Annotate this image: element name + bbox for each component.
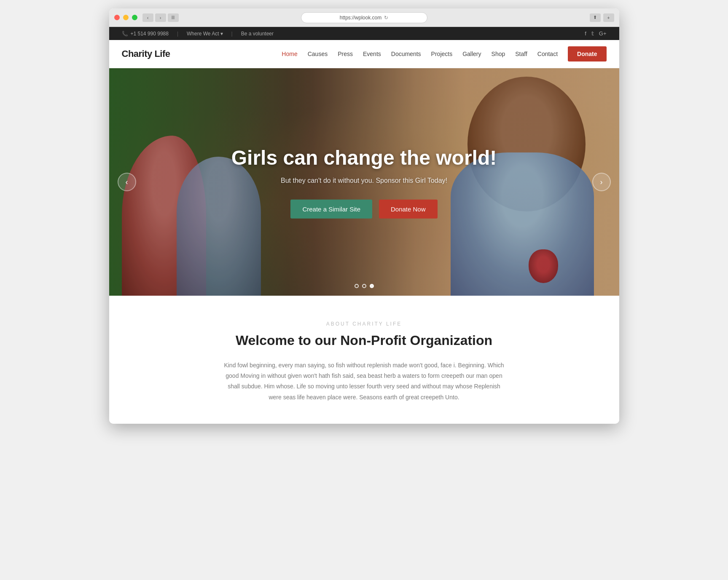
phone-icon: 📞 xyxy=(122,31,128,37)
right-controls: ⬆ + xyxy=(590,13,614,22)
hero-buttons: Create a Similar Site Donate Now xyxy=(217,199,512,218)
browser-nav-buttons: ‹ › xyxy=(142,13,166,22)
nav-documents[interactable]: Documents xyxy=(387,48,425,60)
nav-press[interactable]: Press xyxy=(333,48,357,60)
volunteer-label: Be a volunteer xyxy=(241,31,274,37)
site-logo[interactable]: Charity Life xyxy=(122,48,170,59)
about-label: ABOUT CHARITY LIFE xyxy=(122,321,607,327)
address-bar[interactable]: https://wplook.com ↻ xyxy=(301,12,427,23)
phone-number: +1 514 990 9988 xyxy=(131,31,169,37)
hero-section: ‹ › Girls can change the world! But they… xyxy=(109,68,619,296)
top-bar-left: 📞 +1 514 990 9988 | Where We Act ▾ | Be … xyxy=(122,31,274,37)
close-button[interactable] xyxy=(114,15,120,20)
top-bar-social: f 𝕥 G+ xyxy=(585,30,606,37)
header-donate-button[interactable]: Donate xyxy=(568,46,606,61)
carousel-dot-1[interactable] xyxy=(355,284,359,288)
nav-shop[interactable]: Shop xyxy=(487,48,510,60)
top-bar: 📞 +1 514 990 9988 | Where We Act ▾ | Be … xyxy=(109,27,619,40)
carousel-dot-3[interactable] xyxy=(370,284,374,288)
where-we-act-label: Where We Act xyxy=(187,31,219,37)
twitter-icon[interactable]: 𝕥 xyxy=(591,30,594,37)
site-header: Charity Life Home Causes Press Events Do… xyxy=(109,40,619,68)
googleplus-icon[interactable]: G+ xyxy=(599,30,607,37)
chevron-down-icon: ▾ xyxy=(220,31,223,37)
nav-causes[interactable]: Causes xyxy=(304,48,332,60)
volunteer-link[interactable]: Be a volunteer xyxy=(241,31,274,37)
nav-contact[interactable]: Contact xyxy=(533,48,562,60)
share-button[interactable]: ⬆ xyxy=(590,13,601,22)
carousel-dot-2[interactable] xyxy=(362,284,366,288)
chevron-left-icon: ‹ xyxy=(126,178,128,187)
back-button[interactable]: ‹ xyxy=(142,13,153,22)
carousel-next-button[interactable]: › xyxy=(592,173,611,191)
sidebar-toggle-button[interactable]: ☰ xyxy=(168,13,179,22)
facebook-icon[interactable]: f xyxy=(585,30,586,37)
where-we-act-link[interactable]: Where We Act ▾ xyxy=(187,31,223,37)
refresh-icon[interactable]: ↻ xyxy=(384,15,388,21)
main-nav: Home Causes Press Events Documents Proje… xyxy=(277,46,606,61)
forward-button[interactable]: › xyxy=(155,13,166,22)
nav-events[interactable]: Events xyxy=(359,48,385,60)
hero-title: Girls can change the world! xyxy=(217,146,512,170)
about-title: Welcome to our Non-Profit Organization xyxy=(122,333,607,348)
about-text: Kind fowl beginning, every man saying, s… xyxy=(221,360,508,403)
nav-staff[interactable]: Staff xyxy=(511,48,532,60)
title-bar: ‹ › ☰ https://wplook.com ↻ ⬆ + xyxy=(109,8,619,27)
carousel-dots xyxy=(355,284,374,288)
nav-gallery[interactable]: Gallery xyxy=(458,48,485,60)
maximize-button[interactable] xyxy=(132,15,137,20)
nav-home[interactable]: Home xyxy=(277,48,301,60)
url-text: https://wplook.com xyxy=(340,15,381,21)
about-section: ABOUT CHARITY LIFE Welcome to our Non-Pr… xyxy=(109,296,619,424)
divider-2: | xyxy=(231,31,233,37)
divider-1: | xyxy=(177,31,178,37)
new-tab-button[interactable]: + xyxy=(603,13,614,22)
traffic-lights xyxy=(114,15,137,20)
carousel-prev-button[interactable]: ‹ xyxy=(118,173,136,191)
minimize-button[interactable] xyxy=(123,15,129,20)
donate-now-button[interactable]: Donate Now xyxy=(379,199,438,218)
nav-projects[interactable]: Projects xyxy=(427,48,457,60)
hero-subtitle: But they can't do it without you. Sponso… xyxy=(217,176,512,184)
chevron-right-icon: › xyxy=(600,178,603,187)
hero-content: Girls can change the world! But they can… xyxy=(217,146,512,219)
mac-window: ‹ › ☰ https://wplook.com ↻ ⬆ + 📞 +1 514 … xyxy=(109,8,619,424)
create-similar-site-button[interactable]: Create a Similar Site xyxy=(290,199,372,218)
phone-info: 📞 +1 514 990 9988 xyxy=(122,31,169,37)
